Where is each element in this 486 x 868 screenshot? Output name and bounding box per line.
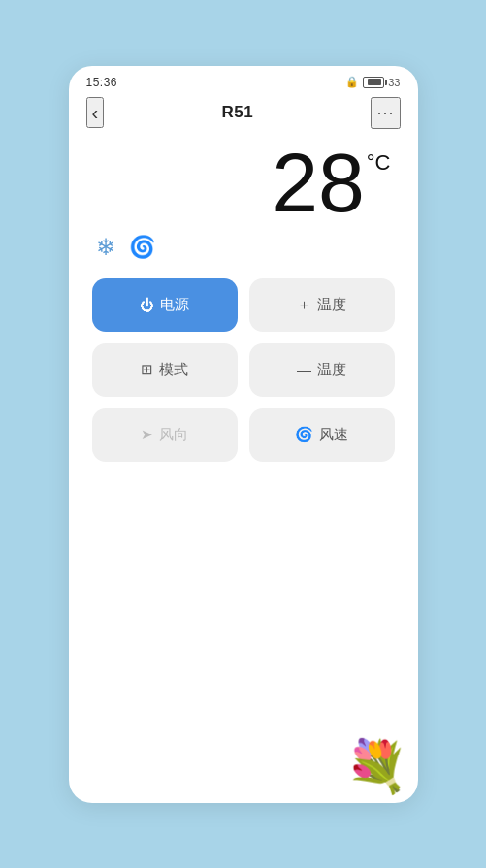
temp-down-button[interactable]: — 温度 (249, 343, 395, 397)
battery-level: 33 (388, 77, 400, 88)
temp-down-label: 温度 (317, 361, 346, 379)
direction-icon: ➤ (141, 426, 153, 443)
back-button[interactable]: ‹ (86, 97, 105, 128)
fan-spiral-icon: 🌀 (129, 235, 155, 260)
grid-icon: ⊞ (141, 361, 153, 378)
page-title: R51 (221, 103, 253, 122)
temperature-section: 28 °C (69, 141, 418, 224)
top-nav: ‹ R51 ··· (69, 93, 418, 137)
control-buttons-grid: ⏻ 电源 ＋ 温度 ⊞ 模式 — 温度 ➤ 风向 🌀 风速 (69, 271, 418, 462)
more-button[interactable]: ··· (371, 97, 400, 129)
direction-label: 风向 (159, 426, 188, 444)
status-bar: 15:36 🔒 33 (69, 66, 418, 93)
battery-icon (363, 77, 384, 88)
flower-decoration: 💐 (345, 741, 408, 791)
mode-icons-row: ❄ 🌀 (69, 224, 418, 271)
direction-button[interactable]: ➤ 风向 (92, 408, 238, 462)
status-time: 15:36 (86, 76, 118, 89)
mode-button[interactable]: ⊞ 模式 (92, 343, 238, 397)
power-label: 电源 (160, 296, 189, 314)
snowflake-icon: ❄ (96, 234, 115, 261)
phone-card: 15:36 🔒 33 ‹ R51 ··· 28 °C ❄ 🌀 ⏻ 电源 (69, 66, 418, 803)
minus-icon: — (297, 362, 311, 378)
fan-label: 风速 (319, 426, 348, 444)
plus-icon: ＋ (297, 296, 311, 314)
temp-up-label: 温度 (317, 296, 346, 314)
fan-icon: 🌀 (295, 426, 313, 443)
status-right: 🔒 33 (345, 76, 400, 88)
power-button[interactable]: ⏻ 电源 (92, 278, 238, 332)
fan-speed-button[interactable]: 🌀 风速 (249, 408, 395, 462)
temp-up-button[interactable]: ＋ 温度 (249, 278, 395, 332)
power-icon: ⏻ (140, 297, 154, 313)
temperature-value: 28 (272, 141, 365, 224)
temperature-unit: °C (367, 150, 391, 176)
mode-label: 模式 (159, 361, 188, 379)
lock-icon: 🔒 (345, 76, 359, 88)
